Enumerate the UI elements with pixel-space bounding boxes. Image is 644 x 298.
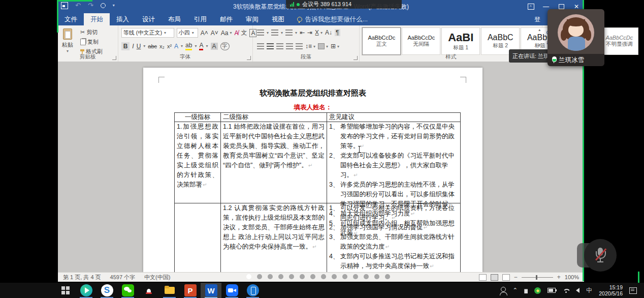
participant-video-tile[interactable]: 兰琪冰雪	[548, 9, 604, 66]
copy-button[interactable]: 复制	[80, 38, 103, 46]
undo-icon[interactable]: ↶	[75, 2, 81, 9]
decrease-indent-icon[interactable]: ⇤	[300, 29, 305, 36]
taskbar-qq[interactable]	[138, 283, 159, 298]
align-right-icon[interactable]	[276, 43, 283, 49]
strikethrough-button[interactable]: abc	[148, 43, 157, 49]
paragraph-dialog-launcher[interactable]	[353, 56, 358, 60]
tab-file[interactable]: 文件	[58, 13, 84, 25]
print-preview-icon[interactable]	[101, 3, 106, 8]
taskbar-meeting-app[interactable]	[221, 283, 242, 298]
numbering-icon[interactable]	[271, 29, 278, 36]
zoom-slider-thumb[interactable]	[536, 275, 537, 280]
save-icon[interactable]	[61, 2, 68, 9]
highlight-color-button[interactable]: ab	[185, 42, 192, 50]
font-dialog-launcher[interactable]	[247, 56, 251, 60]
show-marks-icon[interactable]: ¶	[335, 29, 340, 36]
tab-home[interactable]: 开始	[84, 13, 110, 25]
font-name-combo[interactable]: 等线 (中文正文)▾	[121, 28, 174, 38]
wifi-icon[interactable]	[562, 288, 569, 293]
redo-icon[interactable]: ↷	[88, 2, 93, 9]
tab-view[interactable]: 视图	[265, 13, 291, 25]
zoom-level[interactable]: 100%	[565, 274, 579, 280]
cut-button[interactable]: ✂剪切	[80, 28, 103, 36]
zoom-out-button[interactable]: −	[514, 274, 518, 281]
zoom-slider[interactable]	[522, 277, 553, 278]
borders-icon[interactable]: ⊞▾	[331, 43, 339, 50]
mute-button[interactable]	[584, 239, 617, 272]
shading-icon[interactable]: ▾	[318, 43, 328, 49]
ime-indicator[interactable]: 中	[586, 286, 592, 295]
subscript-button[interactable]: x₂	[159, 43, 165, 49]
font-color-button[interactable]: A	[199, 42, 203, 50]
tab-mailings[interactable]: 邮件	[213, 13, 239, 25]
underline-button[interactable]: U	[137, 43, 141, 50]
font-size-combo[interactable]: 小四▾	[177, 28, 198, 38]
ribbon-display-options-button[interactable]: ^	[523, 0, 538, 13]
read-mode-icon[interactable]	[479, 274, 487, 281]
styles-more-icon[interactable]: ▾	[538, 43, 540, 47]
action-center-icon[interactable]	[629, 287, 637, 294]
table-row: 1.2 认真贯彻落实党的路线方针政策，宣传执行上级党组织及本支部的决议，支部党员…	[175, 203, 460, 272]
style-no-spacing[interactable]: AaBbCcDc无间隔	[402, 27, 440, 55]
enclose-characters-icon[interactable]: 字	[220, 42, 230, 50]
character-shading-icon[interactable]: A	[211, 43, 218, 50]
style-normal[interactable]: AaBbCcDc正文	[362, 27, 401, 55]
battery-icon[interactable]	[548, 288, 556, 293]
sign-in-label[interactable]: 登	[534, 15, 540, 24]
align-left-icon[interactable]	[257, 43, 264, 49]
people-icon[interactable]	[501, 287, 506, 292]
language-indicator[interactable]: 中文(中国)	[144, 274, 170, 281]
align-center-icon[interactable]	[267, 43, 274, 49]
line-spacing-icon[interactable]: ↕≡▾	[305, 43, 315, 50]
bold-button[interactable]: B	[121, 42, 130, 50]
asian-layout-icon[interactable]: X̲▾	[315, 29, 323, 36]
tab-references[interactable]: 引用	[187, 13, 213, 25]
taskbar-powerpoint[interactable]: P	[180, 283, 201, 298]
web-layout-icon[interactable]	[502, 274, 510, 281]
qat-customize-icon[interactable]: ▾	[113, 3, 115, 8]
tab-design[interactable]: 设计	[136, 13, 162, 25]
start-button[interactable]	[55, 283, 76, 298]
grow-font-button[interactable]: A˄	[201, 29, 208, 37]
word-count[interactable]: 4597 个字	[110, 274, 136, 281]
taskbar-video-app[interactable]	[76, 283, 96, 298]
distribute-icon[interactable]	[296, 43, 303, 49]
tell-me-box[interactable]: 告诉我您想要做什么...	[291, 13, 368, 25]
styles-scroll-up-icon[interactable]: ▴	[538, 27, 540, 32]
tab-insert[interactable]: 插入	[110, 13, 136, 25]
document-page[interactable]: 软弱涣散基层党组织排查对照表 填表人姓名： 一级指标 二级指标 意见建议 1.加…	[143, 68, 482, 272]
taskbar-wechat[interactable]	[117, 283, 138, 298]
superscript-button[interactable]: x²	[167, 43, 172, 49]
print-layout-icon[interactable]	[491, 274, 498, 281]
clipboard-dialog-launcher[interactable]	[112, 56, 116, 60]
tab-layout[interactable]: 布局	[162, 13, 187, 25]
bullets-icon[interactable]	[257, 29, 264, 36]
styles-scroll-down-icon[interactable]: ▾	[538, 35, 540, 40]
justify-icon[interactable]	[286, 43, 293, 49]
taskbar-sogou-browser[interactable]: S	[96, 283, 117, 298]
meeting-id-bar[interactable]: 会议号 389 613 914	[286, 0, 402, 9]
change-case-button[interactable]: Aa▾	[221, 29, 232, 37]
speaker-icon[interactable]	[576, 288, 579, 293]
taskbar-word-active[interactable]: W	[201, 283, 221, 298]
sort-icon[interactable]: A↓	[325, 29, 332, 36]
security-app-icon[interactable]: ◆	[534, 287, 541, 294]
shrink-font-button[interactable]: A˅	[211, 29, 218, 37]
taskbar-phone-cast-app[interactable]	[242, 283, 263, 298]
taskbar-clock[interactable]: 15:19 2020/5/16	[599, 284, 623, 296]
increase-indent-icon[interactable]: ⇥	[307, 29, 312, 36]
zoom-in-button[interactable]: +	[557, 274, 561, 281]
italic-button[interactable]: I	[132, 43, 134, 50]
clear-formatting-icon[interactable]: A̸	[234, 29, 238, 37]
multilevel-list-icon[interactable]	[285, 29, 293, 36]
style-subtle-emphasis[interactable]: AaBbCcDc不明显强调	[600, 27, 638, 55]
phonetic-guide-icon[interactable]: 文	[241, 28, 247, 37]
usb-icon[interactable]	[524, 287, 528, 293]
page-indicator[interactable]: 第 1 页, 共 4 页	[63, 274, 101, 281]
taskbar-file-explorer[interactable]	[159, 283, 180, 298]
style-heading1[interactable]: AaBI标题 1	[441, 27, 480, 55]
paste-button[interactable]: 粘贴 ▾	[62, 28, 73, 53]
text-effects-icon[interactable]: A	[174, 43, 178, 50]
tray-expand-icon[interactable]: ⌃	[512, 287, 518, 294]
tab-review[interactable]: 审阅	[239, 13, 265, 25]
